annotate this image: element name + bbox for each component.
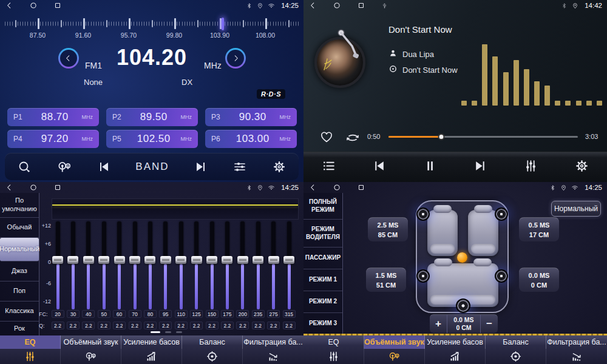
recents-icon[interactable] xyxy=(53,1,62,10)
eq-band-slider[interactable] xyxy=(189,221,204,309)
front-right-delay-plate[interactable]: 0.5 MS 17 CM xyxy=(519,217,559,241)
eq-slider-thumb[interactable] xyxy=(52,256,63,264)
tune-down-button[interactable] xyxy=(58,48,79,69)
seek-bar[interactable] xyxy=(388,136,578,138)
home-icon[interactable] xyxy=(29,1,38,10)
home-icon[interactable] xyxy=(29,183,38,192)
eq-band-slider[interactable] xyxy=(266,221,281,309)
recents-icon[interactable] xyxy=(357,183,365,192)
eq-preset-normal[interactable]: Нормальный xyxy=(0,238,39,261)
eq-slider-thumb[interactable] xyxy=(268,256,279,264)
mode-full[interactable]: ПОЛНЫЙ РЕЖИМ xyxy=(304,193,342,220)
eq-band-slider[interactable] xyxy=(205,221,219,309)
tab-eq[interactable]: EQ xyxy=(304,335,364,364)
back-icon[interactable] xyxy=(308,183,317,192)
home-icon[interactable] xyxy=(333,1,341,10)
eq-band-slider[interactable] xyxy=(158,221,173,309)
eq-preset-classic[interactable]: Классика xyxy=(0,302,39,322)
seek-bar-thumb[interactable] xyxy=(438,133,445,140)
next-track-icon[interactable] xyxy=(473,158,488,176)
eq-preset-jazz[interactable]: Джаз xyxy=(0,261,39,281)
playlist-icon[interactable] xyxy=(321,158,336,176)
preset-button-6[interactable]: P6103.00MHz xyxy=(205,130,297,148)
mode-2[interactable]: РЕЖИМ 2 xyxy=(304,291,342,313)
eq-slider-thumb[interactable] xyxy=(129,256,140,264)
preset-button-2[interactable]: P289.50MHz xyxy=(106,108,198,126)
eq-band-slider[interactable] xyxy=(112,221,127,309)
recents-icon[interactable] xyxy=(357,1,365,10)
tab-bass-boost[interactable]: Усиление басов xyxy=(121,335,182,364)
eq-slider-thumb[interactable] xyxy=(206,256,217,264)
eq-slider-thumb[interactable] xyxy=(83,256,94,264)
eq-preset-rock[interactable]: Рок xyxy=(0,322,39,335)
home-icon[interactable] xyxy=(333,183,341,192)
previous-track-icon[interactable] xyxy=(371,158,387,176)
seek-previous-icon[interactable] xyxy=(97,160,111,174)
tab-eq[interactable]: EQ xyxy=(0,335,61,364)
eq-band-slider[interactable] xyxy=(220,221,234,309)
delay-decrease-button[interactable]: − xyxy=(481,315,498,333)
eq-band-slider[interactable] xyxy=(251,221,265,309)
delay-increase-button[interactable]: + xyxy=(430,315,447,333)
rear-left-delay-plate[interactable]: 1.5 MS 51 CM xyxy=(366,268,406,292)
eq-slider-thumb[interactable] xyxy=(160,256,171,264)
repeat-icon[interactable] xyxy=(345,130,361,148)
eq-band-slider[interactable] xyxy=(236,221,250,309)
tune-up-button[interactable] xyxy=(225,48,246,69)
band-button[interactable]: BAND xyxy=(135,161,169,173)
eq-slider-thumb[interactable] xyxy=(253,256,263,264)
settings-gear-icon[interactable] xyxy=(574,158,589,176)
preset-button-4[interactable]: P497.20MHz xyxy=(7,130,99,148)
eq-slider-thumb[interactable] xyxy=(67,256,78,264)
rear-right-delay-plate[interactable]: 0.0 MS 0 CM xyxy=(519,268,559,292)
back-icon[interactable] xyxy=(308,1,317,10)
frequency-scale[interactable] xyxy=(0,17,304,30)
preset-button-5[interactable]: P5102.50MHz xyxy=(106,130,198,148)
tab-bass-boost[interactable]: Усиление басов xyxy=(425,335,486,364)
eq-slider-thumb[interactable] xyxy=(114,256,125,264)
eq-band-slider[interactable] xyxy=(174,221,188,309)
eq-slider-thumb[interactable] xyxy=(191,256,202,264)
eq-slider-thumb[interactable] xyxy=(222,256,232,264)
tab-filtering[interactable]: Фильтрация ба... xyxy=(243,335,304,364)
tab-filtering[interactable]: Фильтрация ба... xyxy=(546,335,607,364)
seek-next-icon[interactable] xyxy=(194,160,208,174)
tab-surround[interactable]: Объёмный звук xyxy=(61,335,121,364)
eq-band-slider[interactable] xyxy=(50,221,65,309)
back-icon[interactable] xyxy=(5,1,13,10)
settings-gear-icon[interactable] xyxy=(272,160,287,174)
preset-button-1[interactable]: P188.70MHz xyxy=(7,108,99,126)
mode-passenger[interactable]: ПАССАЖИР xyxy=(304,248,342,269)
eq-band-slider[interactable] xyxy=(282,221,296,309)
eq-slider-thumb[interactable] xyxy=(144,256,155,264)
eq-band-slider[interactable] xyxy=(143,221,157,309)
eq-preset-default[interactable]: По умолчанию xyxy=(0,193,39,218)
mode-1[interactable]: РЕЖИМ 1 xyxy=(304,269,342,291)
mode-3[interactable]: РЕЖИМ 3 xyxy=(304,313,342,334)
back-icon[interactable] xyxy=(5,183,13,192)
eq-slider-thumb[interactable] xyxy=(237,256,248,264)
eq-band-slider[interactable] xyxy=(97,221,111,309)
eq-band-slider[interactable] xyxy=(66,221,80,309)
eq-band-slider[interactable] xyxy=(81,221,96,309)
preset-button-3[interactable]: P390.30MHz xyxy=(205,108,297,126)
listening-position-dot[interactable] xyxy=(457,252,467,263)
eq-preset-custom[interactable]: Обычай xyxy=(0,218,39,238)
search-icon[interactable] xyxy=(17,160,32,174)
favorite-heart-icon[interactable] xyxy=(319,130,334,147)
eq-slider-thumb[interactable] xyxy=(283,256,294,264)
eq-preset-pop[interactable]: Поп xyxy=(0,281,39,302)
equalizer-icon[interactable] xyxy=(523,158,538,176)
tab-surround[interactable]: Объёмный звук xyxy=(364,335,425,364)
recents-icon[interactable] xyxy=(53,183,62,192)
tab-balance[interactable]: Баланс xyxy=(486,335,546,364)
tab-balance[interactable]: Баланс xyxy=(182,335,243,364)
eq-band-slider[interactable] xyxy=(127,221,142,309)
broadcast-dx-icon[interactable] xyxy=(56,159,72,175)
pause-icon[interactable] xyxy=(422,158,438,176)
mode-driver[interactable]: РЕЖИМ ВОДИТЕЛЯ xyxy=(304,220,342,248)
sound-profile-button[interactable]: Нормальный xyxy=(551,201,601,217)
eq-slider-thumb[interactable] xyxy=(175,256,186,264)
front-left-delay-plate[interactable]: 2.5 MS 85 CM xyxy=(368,217,408,241)
eq-slider-thumb[interactable] xyxy=(98,256,109,264)
